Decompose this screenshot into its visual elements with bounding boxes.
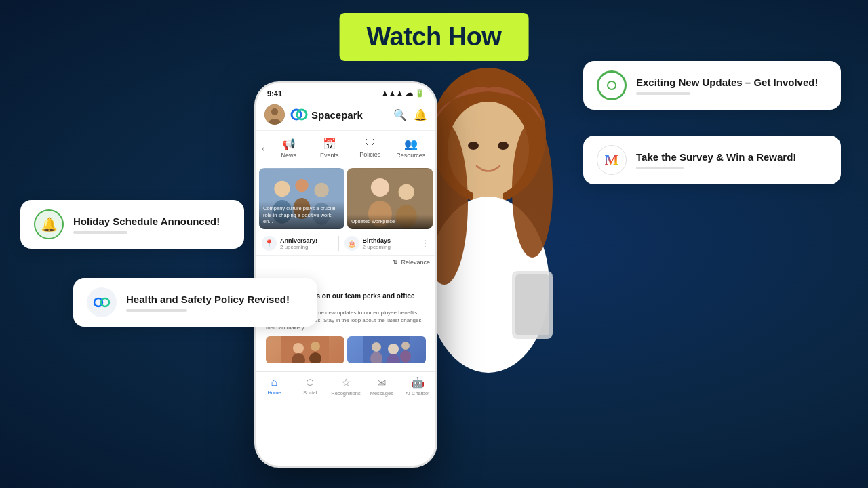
health-title: Health and Safety Policy Revised!: [126, 293, 304, 305]
svg-point-20: [293, 343, 304, 354]
birthdays-subtitle: 2 upcoming: [363, 244, 391, 250]
social-icon: ☺: [304, 376, 315, 388]
svg-point-30: [400, 350, 411, 363]
divider: [338, 236, 339, 251]
svg-point-37: [468, 142, 479, 150]
progress-bar-survey: [636, 167, 684, 169]
exciting-title: Exciting New Updates – Get Involved!: [636, 77, 827, 88]
svg-rect-40: [515, 274, 549, 336]
more-dots-icon[interactable]: ⋮: [420, 236, 430, 251]
survey-title: Take the Survey & Win a Reward!: [636, 151, 827, 163]
svg-point-38: [498, 142, 509, 150]
featured-card-1[interactable]: Company culture plays a crucial role in …: [259, 168, 344, 229]
card-1-text: Company culture plays a crucial role in …: [259, 201, 344, 229]
feed-filter-bar[interactable]: ⇅ Relevance: [256, 256, 435, 269]
holiday-title: Holiday Schedule Announced!: [73, 216, 231, 227]
status-bar: 9:41 ▲▲▲ ☁ 🔋: [256, 83, 435, 100]
svg-point-8: [274, 181, 290, 197]
progress-bar: [73, 231, 127, 234]
app-logo: Spacepark: [290, 106, 388, 123]
app-header: Spacepark 🔍 🔔: [256, 100, 435, 131]
tab-resources[interactable]: 👥 Resources: [391, 134, 431, 163]
recognitions-icon: ☆: [341, 376, 351, 389]
tab-news-label: News: [281, 152, 296, 159]
feed-card-images: [266, 336, 426, 363]
filter-icon: ⇅: [393, 259, 398, 266]
nav-prev-button[interactable]: ‹: [259, 134, 268, 163]
svg-point-15: [371, 178, 389, 197]
svg-point-12: [314, 183, 328, 197]
exciting-notification-card[interactable]: Exciting New Updates – Get Involved!: [583, 61, 841, 110]
survey-notification-card[interactable]: M Take the Survey & Win a Reward!: [583, 136, 841, 184]
ai-chatbot-icon: 🤖: [411, 376, 425, 389]
feed-image-1: [266, 336, 344, 363]
policies-icon: 🛡: [365, 138, 376, 150]
birthdays-item[interactable]: 🎂 Birthdays 2 upcoming: [344, 236, 416, 251]
feed-image-2: [347, 336, 426, 363]
birthday-icon: 🎂: [344, 236, 359, 251]
phone-mockup: 9:41 ▲▲▲ ☁ 🔋 Spacepark 🔍 🔔 ‹ 📢: [254, 81, 437, 468]
anniversary-item[interactable]: 📍 Anniversary! 2 upcoming: [262, 236, 333, 251]
news-icon: 📢: [282, 138, 296, 150]
svg-point-17: [399, 184, 414, 200]
health-notification-card[interactable]: Health and Safety Policy Revised!: [73, 278, 317, 327]
ai-chatbot-label: AI Chatbot: [406, 390, 429, 396]
search-icon[interactable]: 🔍: [393, 108, 407, 121]
svg-point-29: [401, 342, 410, 350]
watch-how-button[interactable]: Watch How: [340, 13, 529, 61]
bottom-navigation[interactable]: ⌂ Home ☺ Social ☆ Recognitions ✉ Message…: [256, 371, 435, 399]
home-label: Home: [267, 390, 281, 396]
tab-news[interactable]: 📢 News: [269, 134, 309, 163]
resources-icon: 👥: [404, 138, 418, 150]
messages-icon: ✉: [377, 376, 386, 389]
tab-events-label: Events: [320, 152, 339, 159]
bottom-nav-messages[interactable]: ✉ Messages: [363, 376, 399, 396]
featured-card-2[interactable]: Updated workplace: [347, 168, 433, 229]
svg-rect-19: [281, 336, 329, 363]
progress-bar-exciting: [636, 92, 690, 95]
svg-point-25: [372, 342, 381, 352]
avatar[interactable]: [264, 104, 285, 125]
health-notification-text: Health and Safety Policy Revised!: [126, 293, 304, 312]
nav-tabs[interactable]: ‹ 📢 News 📅 Events 🛡 Policies 👥 Resources…: [256, 131, 435, 165]
card-2-text: Updated workplace: [347, 214, 433, 229]
header-action-icons[interactable]: 🔍 🔔: [393, 108, 427, 121]
app-name-label: Spacepark: [311, 109, 363, 121]
bottom-nav-recognitions[interactable]: ☆ Recognitions: [328, 376, 364, 396]
anniversary-subtitle: 2 upcoming: [280, 244, 317, 250]
spacepark-small-icon: [87, 287, 117, 317]
nav-next-button[interactable]: ›: [432, 134, 435, 163]
svg-point-36: [512, 122, 553, 258]
spacepark-logo-icon: [290, 106, 308, 123]
svg-point-10: [295, 179, 308, 192]
exciting-notification-text: Exciting New Updates – Get Involved!: [636, 77, 827, 95]
anniversary-text: Anniversary! 2 upcoming: [280, 237, 317, 250]
holiday-notification-card[interactable]: 🔔 Holiday Schedule Announced!: [20, 200, 244, 249]
status-time: 9:41: [267, 89, 282, 98]
tab-events[interactable]: 📅 Events: [310, 134, 349, 163]
filter-label: Relevance: [401, 259, 430, 266]
birthdays-title: Birthdays: [363, 237, 391, 244]
gmail-icon: M: [597, 145, 627, 175]
svg-point-3: [271, 108, 278, 115]
messages-label: Messages: [370, 390, 393, 396]
bell-notification-icon[interactable]: 🔔: [414, 108, 427, 121]
svg-point-27: [388, 344, 399, 354]
bottom-nav-ai-chatbot[interactable]: 🤖 AI Chatbot: [399, 376, 435, 396]
recognitions-label: Recognitions: [331, 390, 360, 396]
bell-icon: 🔔: [34, 209, 64, 239]
status-icons: ▲▲▲ ☁ 🔋: [381, 89, 425, 98]
holiday-notification-text: Holiday Schedule Announced!: [73, 216, 231, 234]
anniversary-icon: 📍: [262, 236, 277, 251]
tab-resources-label: Resources: [396, 152, 425, 159]
bottom-nav-home[interactable]: ⌂ Home: [256, 376, 292, 396]
events-icon: 📅: [323, 138, 336, 150]
bottom-nav-social[interactable]: ☺ Social: [292, 376, 328, 396]
tab-policies[interactable]: 🛡 Policies: [351, 134, 390, 163]
survey-notification-text: Take the Survey & Win a Reward!: [636, 151, 827, 169]
progress-bar-health: [126, 309, 187, 312]
featured-cards-row: Company culture plays a crucial role in …: [256, 165, 435, 232]
home-icon: ⌂: [271, 376, 278, 388]
watch-how-label: Watch How: [367, 22, 502, 51]
birthdays-text: Birthdays 2 upcoming: [363, 237, 391, 250]
